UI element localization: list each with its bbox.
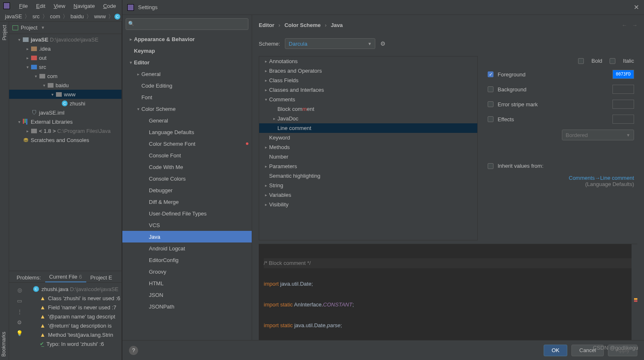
italic-checkbox[interactable] <box>610 58 615 64</box>
attr-number[interactable]: Number <box>259 152 477 162</box>
attr-javadoc[interactable]: ▸JavaDoc <box>259 114 477 123</box>
tree-icon[interactable]: ⋮ <box>16 308 23 315</box>
st-java[interactable]: Java <box>122 231 252 242</box>
help-button[interactable]: ? <box>129 346 138 355</box>
st-cs-general[interactable]: General <box>122 115 252 126</box>
st-udft[interactable]: User-Defined File Types <box>122 208 252 219</box>
attr-comments[interactable]: ▾Comments <box>259 95 477 104</box>
attr-string[interactable]: ▸String <box>259 181 477 190</box>
attr-annotations[interactable]: ▸Annotations <box>259 56 477 66</box>
inherit-link[interactable]: Comments→Line comment <box>569 175 634 181</box>
attr-methods[interactable]: ▸Methods <box>259 142 477 152</box>
settings-search-input[interactable] <box>126 18 248 30</box>
st-json[interactable]: JSON <box>122 289 252 301</box>
attr-variables[interactable]: ▸Variables <box>259 190 477 200</box>
scheme-select[interactable]: Darcula▼ <box>285 38 375 49</box>
st-diff[interactable]: Diff & Merge <box>122 196 252 208</box>
st-debugger[interactable]: Debugger <box>122 184 252 196</box>
attr-line-comment[interactable]: Line comment <box>259 123 477 133</box>
attr-class-fields[interactable]: ▸Class Fields <box>259 76 477 85</box>
crumb-2[interactable]: com <box>49 13 62 20</box>
tree-baidu[interactable]: ▾baidu <box>9 81 122 90</box>
bookmarks-rail[interactable]: Bookmarks <box>0 328 9 360</box>
tree-iml[interactable]: ⛉javaSE.iml <box>9 108 122 117</box>
background-checkbox[interactable] <box>488 86 493 92</box>
st-groovy[interactable]: Groovy <box>122 266 252 277</box>
error-stripe-checkbox[interactable] <box>488 101 493 107</box>
st-lang-defaults[interactable]: Language Defaults <box>122 126 252 138</box>
tree-out[interactable]: ▸out <box>9 53 122 62</box>
tab-problems[interactable]: Problems: <box>12 273 45 282</box>
target-icon[interactable]: ◎ <box>16 286 23 294</box>
attr-semantic[interactable]: Semantic highlighting <box>259 171 477 181</box>
filter-icon[interactable]: ⚙ <box>16 318 23 326</box>
forward-icon[interactable]: → <box>632 22 637 28</box>
bold-checkbox[interactable] <box>578 58 584 64</box>
attr-classes[interactable]: ▸Classes and Interfaces <box>259 85 477 95</box>
st-color-scheme[interactable]: ▾Color Scheme <box>122 103 252 115</box>
error-stripe-color-picker[interactable] <box>612 100 634 109</box>
tree-idea[interactable]: ▸.idea <box>9 44 122 53</box>
menu-navigate[interactable]: Navigate <box>69 3 99 9</box>
attr-keyword[interactable]: Keyword <box>259 133 477 142</box>
apply-button[interactable]: Apply <box>608 345 637 356</box>
st-code-editing[interactable]: Code Editing <box>122 80 252 91</box>
effects-checkbox[interactable] <box>488 116 493 122</box>
rail-project-tab[interactable]: Project <box>2 22 7 44</box>
project-panel-header[interactable]: Project ▼ <box>9 22 122 34</box>
tree-root[interactable]: ▾javaSE D:\java\code\javaSE <box>9 35 122 44</box>
menu-view[interactable]: View <box>49 3 69 9</box>
st-android[interactable]: Android Logcat <box>122 242 252 254</box>
tab-project-errors[interactable]: Project E <box>86 273 117 282</box>
st-editor[interactable]: ▾Editor <box>122 56 252 68</box>
back-icon[interactable]: ← <box>622 22 627 28</box>
effects-color-picker[interactable] <box>612 115 634 124</box>
problem-item[interactable]: ▲Method 'test(java.lang.Strin <box>30 330 122 339</box>
menu-edit[interactable]: Edit <box>32 3 49 9</box>
attr-braces[interactable]: ▸Braces and Operators <box>259 66 477 76</box>
crumb-0[interactable]: javaSE <box>3 13 24 20</box>
crumb-3[interactable]: baidu <box>69 13 85 20</box>
crumb-4[interactable]: www <box>92 13 107 20</box>
problem-item[interactable]: ▲Field 'name' is never used :7 <box>30 303 122 312</box>
foreground-checkbox[interactable]: ✓ <box>488 71 493 77</box>
st-appearance[interactable]: ▸Appearance & Behavior <box>122 33 252 45</box>
tree-scratch[interactable]: ⛃Scratches and Consoles <box>9 135 122 144</box>
problem-item[interactable]: ▲'@return' tag description is <box>30 321 122 330</box>
tree-com[interactable]: ▾com <box>9 71 122 81</box>
st-cs-font[interactable]: Color Scheme Font <box>122 138 252 149</box>
problem-item[interactable]: ✔̲Typo: In word 'zhushi' :6 <box>30 339 122 348</box>
problem-item[interactable]: ▲'@param name' tag descript <box>30 312 122 321</box>
ok-button[interactable]: OK <box>544 345 567 356</box>
st-code-with-me[interactable]: Code With Me <box>122 161 252 173</box>
panel-icon[interactable]: ▭ <box>16 297 23 304</box>
st-console-colors[interactable]: Console Colors <box>122 173 252 184</box>
tree-zhushi[interactable]: Czhushi <box>9 99 122 108</box>
chevron-down-icon[interactable]: ▼ <box>41 25 45 30</box>
menu-code[interactable]: Code <box>99 3 120 9</box>
cancel-button[interactable]: Cancel <box>571 345 604 356</box>
st-vcs[interactable]: VCS <box>122 219 252 231</box>
attr-visibility[interactable]: ▸Visibility <box>259 200 477 209</box>
inherit-checkbox[interactable] <box>488 163 493 169</box>
tree-src[interactable]: ▾src <box>9 62 122 71</box>
background-color-picker[interactable] <box>612 85 634 94</box>
tree-extlib[interactable]: ▾External Libraries <box>9 117 122 126</box>
problem-file[interactable]: Czhushi.java D:\java\code\javaSE <box>30 284 122 294</box>
menu-file[interactable]: File <box>15 3 32 9</box>
close-icon[interactable]: ✕ <box>634 3 639 11</box>
preview-scrollbar[interactable] <box>632 244 637 340</box>
st-editorconfig[interactable]: EditorConfig <box>122 254 252 266</box>
attr-parameters[interactable]: ▸Parameters <box>259 162 477 171</box>
st-general[interactable]: ▸General <box>122 68 252 80</box>
st-font[interactable]: Font <box>122 91 252 103</box>
problem-item[interactable]: ▲Class 'zhushi' is never used :6 <box>30 294 122 303</box>
st-keymap[interactable]: Keymap <box>122 45 252 56</box>
attr-block-comment[interactable]: Block comment <box>259 104 477 114</box>
gear-icon[interactable]: ⚙ <box>380 40 386 47</box>
crumb-1[interactable]: src <box>31 13 41 20</box>
effects-type-select[interactable]: Bordered▼ <box>562 130 634 140</box>
tree-jdk[interactable]: ▸< 1.8 > C:\Program Files\Java <box>9 126 122 135</box>
tree-www[interactable]: ▾www <box>9 90 122 99</box>
tab-current-file[interactable]: Current File6 <box>45 272 86 282</box>
